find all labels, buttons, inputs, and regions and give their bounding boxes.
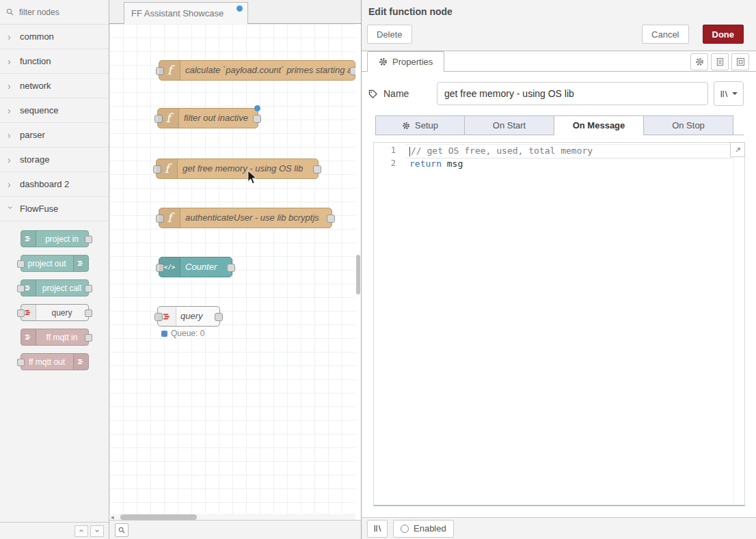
tray-footer: Enabled <box>362 517 756 539</box>
name-input[interactable] <box>437 82 708 105</box>
palette-node-ff-mqtt-out[interactable]: ff mqtt out <box>21 353 89 370</box>
canvas-footer <box>109 520 361 539</box>
description-button[interactable] <box>711 53 729 70</box>
tab-on-stop[interactable]: On Stop <box>644 115 733 135</box>
chevron-right-icon: › <box>8 155 14 165</box>
tray-title: Edit function node <box>368 6 744 17</box>
flow-node-calculate-primes[interactable]: f calculate `payload.count` primes start… <box>159 60 355 81</box>
flowfuse-logo-icon <box>21 231 36 247</box>
status-text: Queue: 0 <box>171 329 204 338</box>
flow-node-authenticate-user[interactable]: f authenticateUser - use lib bcryptjs <box>159 208 332 228</box>
expand-editor-button[interactable] <box>730 142 745 157</box>
node-settings-button[interactable] <box>690 53 708 70</box>
delete-button[interactable]: Delete <box>367 25 412 44</box>
enabled-label: Enabled <box>414 523 446 534</box>
frame-icon <box>736 57 745 66</box>
expand-all-button[interactable] <box>90 525 104 537</box>
scrollbar-thumb[interactable] <box>356 255 360 294</box>
name-label: Name <box>368 88 437 99</box>
node-status: Queue: 0 <box>161 329 204 338</box>
palette-node-project-in[interactable]: project in <box>21 230 89 247</box>
function-icon: f <box>157 159 178 178</box>
flow-node-query[interactable]: query <box>157 306 220 327</box>
palette-category-network[interactable]: › network <box>0 74 109 98</box>
chevron-right-icon: › <box>8 32 14 42</box>
flow-node-get-free-memory[interactable]: f get free memory - using OS lib <box>156 158 319 179</box>
palette-category-parser[interactable]: › parser <box>0 123 109 148</box>
appearance-button[interactable] <box>731 53 749 70</box>
tag-icon <box>368 89 377 98</box>
chevron-right-icon: › <box>8 106 14 115</box>
enabled-toggle-button[interactable]: Enabled <box>393 520 454 538</box>
output-port[interactable] <box>327 215 335 223</box>
flowfuse-logo-icon <box>73 255 88 271</box>
output-port <box>85 309 92 317</box>
library-button[interactable] <box>714 81 744 106</box>
output-port[interactable] <box>227 264 235 272</box>
flow-canvas[interactable]: f calculate `payload.count` primes start… <box>109 24 355 514</box>
output-port[interactable] <box>313 165 321 174</box>
gear-icon <box>695 57 704 66</box>
flow-node-counter[interactable]: </> Counter <box>159 257 232 277</box>
input-port <box>17 260 25 268</box>
category-label: network <box>20 81 51 91</box>
tray-tool-buttons <box>690 53 749 70</box>
palette-category-storage[interactable]: › storage <box>0 148 109 172</box>
line-number-gutter: 1 2 <box>374 144 405 170</box>
edit-tray: Edit function node Delete Cancel Done Pr… <box>361 0 756 539</box>
palette-category-dashboard2[interactable]: › dashboard 2 <box>0 172 109 197</box>
palette-node-label: ff mqtt in <box>36 329 88 345</box>
gear-icon <box>402 122 410 130</box>
tab-setup[interactable]: Setup <box>375 115 465 135</box>
palette-category-flowfuse[interactable]: › FlowFuse <box>0 197 109 221</box>
tab-on-message[interactable]: On Message <box>554 115 644 135</box>
node-label: filter out inactive <box>184 109 255 128</box>
output-port[interactable] <box>253 115 261 123</box>
palette-node-project-call[interactable]: project call <box>21 279 89 296</box>
output-port <box>85 334 92 342</box>
line-number: 1 <box>374 144 405 157</box>
search-flows-button[interactable] <box>115 523 129 537</box>
palette-node-query[interactable]: query <box>21 304 89 321</box>
category-label: function <box>20 56 51 66</box>
workspace-tab[interactable]: FF Assistant Showcase <box>124 2 248 24</box>
palette-node-label: project call <box>36 280 88 296</box>
tab-on-start[interactable]: On Start <box>465 115 554 135</box>
minimap[interactable] <box>733 143 744 505</box>
template-icon: </> <box>159 258 180 277</box>
code-content[interactable]: // get OS free, used, total memory retur… <box>409 144 733 170</box>
flow-node-filter-out-inactive[interactable]: f filter out inactive <box>157 108 258 128</box>
output-port[interactable] <box>350 67 355 75</box>
collapse-all-button[interactable] <box>75 525 88 537</box>
library-export-button[interactable] <box>367 520 388 538</box>
palette-footer <box>0 522 109 539</box>
done-button[interactable]: Done <box>703 25 744 44</box>
gear-icon <box>379 57 388 66</box>
palette-category-function[interactable]: › function <box>0 49 109 74</box>
output-port <box>85 285 92 292</box>
node-label: calculate `payload.count` primes startin… <box>185 61 352 80</box>
vertical-scrollbar[interactable] <box>355 24 361 514</box>
palette-flowfuse-nodes: project in project out project call <box>0 221 109 370</box>
palette-filter-input[interactable] <box>18 7 103 18</box>
scrollbar-thumb[interactable] <box>120 514 197 520</box>
book-icon <box>720 89 729 98</box>
tray-toolbar: Properties <box>362 51 756 72</box>
function-editor-tabs: Setup On Start On Message On Stop <box>375 115 744 135</box>
palette-node-project-out[interactable]: project out <box>21 255 89 272</box>
palette-node-ff-mqtt-in[interactable]: ff mqtt in <box>21 329 89 346</box>
function-icon: f <box>159 61 180 80</box>
tray-button-row: Delete Cancel Done <box>367 25 744 44</box>
mouse-cursor <box>247 170 257 184</box>
palette-node-label: ff mqtt out <box>21 354 73 370</box>
palette-category-sequence[interactable]: › sequence <box>0 98 109 123</box>
code-line: // get OS free, used, total memory <box>409 144 733 157</box>
cancel-button[interactable]: Cancel <box>642 25 688 44</box>
input-port <box>17 309 25 317</box>
tab-properties[interactable]: Properties <box>367 51 444 72</box>
node-changed-dot <box>254 105 260 111</box>
output-port[interactable] <box>215 313 223 321</box>
palette-category-common[interactable]: › common <box>0 25 109 49</box>
properties-tab-label: Properties <box>392 57 433 67</box>
workspace-tabbar: FF Assistant Showcase <box>109 0 361 24</box>
